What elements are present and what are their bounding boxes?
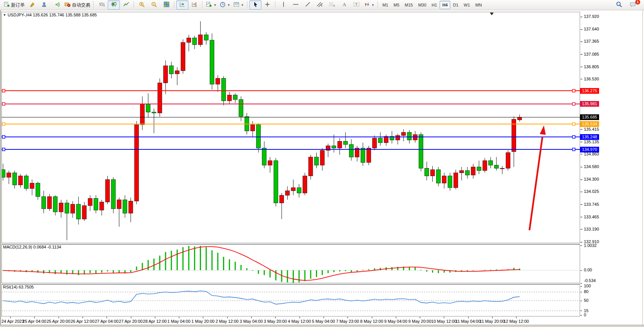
- candle: [500, 168, 504, 169]
- timeframe-group: M1M5M15M30H1H4D1W1MN: [380, 1, 485, 9]
- candle: [123, 200, 127, 213]
- hline-handle: [572, 90, 575, 92]
- date-tick: [83, 317, 83, 318]
- date-tick: [348, 317, 348, 318]
- date-axis[interactable]: 24 Apr 202325 Apr 04:0025 Apr 20:0026 Ap…: [2, 317, 580, 325]
- date-label: 7 May 23:00: [336, 319, 359, 324]
- separator: [134, 1, 134, 9]
- search-button[interactable]: [613, 0, 625, 10]
- fibonacci-button[interactable]: F: [326, 0, 338, 10]
- candle: [71, 204, 75, 213]
- profile-button[interactable]: [38, 0, 51, 10]
- text-label-button[interactable]: T: [351, 0, 363, 10]
- hline-handle: [2, 136, 5, 138]
- date-label: 2 May 12:00: [215, 319, 239, 324]
- rsi-pane-border: [2, 285, 580, 317]
- date-tick: [34, 317, 35, 318]
- candle: [402, 132, 406, 135]
- date-tick: [10, 317, 11, 318]
- date-label: 8 May 12:00: [360, 319, 383, 324]
- macd-tick: [580, 283, 582, 284]
- horizontal-line-button[interactable]: [290, 0, 302, 10]
- crosshair-icon: [265, 2, 270, 8]
- candle: [297, 188, 301, 193]
- timeframe-button-MN[interactable]: MN: [473, 1, 485, 9]
- price-tick-label: 134.025: [584, 189, 599, 194]
- equidistant-channel-button[interactable]: E: [314, 0, 326, 10]
- date-tick: [179, 317, 179, 318]
- line-chart-icon: [123, 2, 129, 8]
- zoom-in-button[interactable]: [136, 0, 148, 10]
- crosshair-button[interactable]: [261, 0, 274, 10]
- price-tick-label: 137.085: [584, 52, 599, 56]
- candle: [18, 176, 22, 185]
- price-tick-label: 137.365: [584, 39, 599, 43]
- timeframe-button-M5[interactable]: M5: [391, 1, 402, 9]
- new-order-label: 新订单: [11, 2, 25, 8]
- price-tick: [580, 217, 582, 217]
- brush-icon: [29, 2, 35, 8]
- timeframe-button-W1[interactable]: W1: [461, 1, 473, 9]
- trendline-icon: [305, 2, 311, 8]
- timeframe-button-D1[interactable]: D1: [450, 1, 461, 9]
- main-chart[interactable]: [2, 12, 580, 325]
- timeframe-button-H4[interactable]: H4: [440, 1, 450, 9]
- indicators-button[interactable]: ▼: [204, 0, 218, 10]
- candlestick-chart-button[interactable]: [108, 0, 120, 10]
- tile-windows-button[interactable]: [160, 0, 172, 10]
- candle: [483, 161, 487, 171]
- line-chart-button[interactable]: [120, 0, 132, 10]
- price-tick: [580, 167, 582, 167]
- new-order-button[interactable]: 新订单: [2, 0, 26, 10]
- vertical-line-button[interactable]: [277, 0, 290, 10]
- timeframe-button-M30[interactable]: M30: [416, 1, 429, 9]
- date-label: 9 May 04:00: [384, 319, 408, 324]
- templates-button[interactable]: ▼: [232, 0, 245, 10]
- svg-text:F: F: [333, 5, 335, 7]
- hline-handle: [572, 136, 575, 138]
- bar-chart-button[interactable]: [96, 0, 108, 10]
- chart-shift-button[interactable]: [188, 0, 201, 10]
- price-axis[interactable]: 137.920137.640137.365137.085136.805136.5…: [580, 12, 603, 316]
- candle: [169, 66, 174, 74]
- candle: [367, 148, 371, 162]
- autotrade-button[interactable]: 自动交易: [63, 0, 92, 10]
- candle: [442, 176, 446, 183]
- candle: [24, 176, 29, 189]
- chevron-down-icon: ▼: [241, 3, 244, 7]
- candle: [164, 66, 168, 83]
- timeframe-button-M15[interactable]: M15: [402, 1, 415, 9]
- periods-button[interactable]: ▼: [218, 0, 232, 10]
- signals-button[interactable]: [51, 0, 63, 10]
- autotrade-label: 自动交易: [72, 2, 90, 8]
- equidistant-channel-icon: E: [317, 2, 323, 8]
- date-label: 25 Apr 20:00: [46, 319, 70, 324]
- zoom-out-button[interactable]: [148, 0, 160, 10]
- candle: [459, 170, 464, 173]
- indicators-icon: [206, 2, 212, 8]
- styler-button[interactable]: [26, 0, 38, 10]
- candle: [216, 79, 220, 84]
- date-label: 4 May 12:00: [288, 319, 311, 324]
- timeframe-button-H1[interactable]: H1: [429, 1, 440, 9]
- candle: [65, 203, 69, 213]
- separator: [202, 1, 203, 9]
- text-button[interactable]: A: [338, 0, 351, 10]
- notifications-button[interactable]: 1: [626, 0, 639, 10]
- separator: [93, 1, 94, 9]
- candle: [198, 35, 202, 45]
- cursor-button[interactable]: [249, 0, 261, 10]
- timeframe-button-M1[interactable]: M1: [380, 1, 391, 9]
- chat-bubble-icon: [630, 2, 636, 9]
- candle: [494, 165, 499, 168]
- candle: [193, 38, 197, 45]
- candle: [41, 197, 46, 209]
- price-tick: [580, 142, 582, 142]
- arrows-button[interactable]: ▼: [363, 0, 376, 10]
- hline-handle: [2, 148, 5, 151]
- auto-scroll-button[interactable]: [176, 0, 188, 10]
- separator: [275, 1, 276, 9]
- trendline-button[interactable]: [302, 0, 314, 10]
- candle: [59, 203, 63, 212]
- chevron-down-icon: ▼: [227, 3, 230, 7]
